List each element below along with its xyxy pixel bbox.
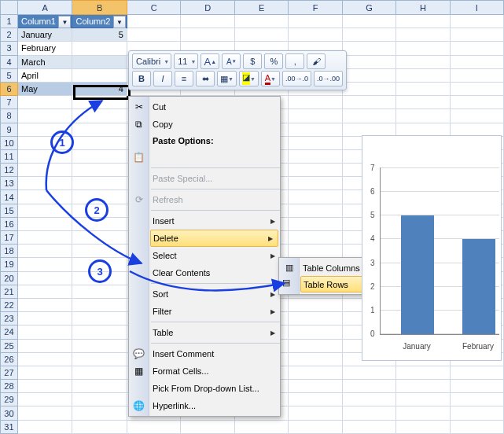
- menu-pick-from-list[interactable]: Pick From Drop-down List...: [129, 380, 280, 397]
- cell[interactable]: [17, 96, 72, 109]
- cell[interactable]: [289, 109, 342, 123]
- row-header[interactable]: 11: [1, 149, 18, 163]
- cell[interactable]: [450, 123, 503, 136]
- cell[interactable]: [289, 298, 342, 311]
- row-header[interactable]: 16: [1, 217, 18, 230]
- menu-hyperlink[interactable]: 🌐Hyperlink...: [129, 397, 280, 414]
- row-header[interactable]: 26: [1, 352, 18, 366]
- cell[interactable]: [396, 406, 450, 420]
- cell[interactable]: [289, 406, 342, 420]
- cell[interactable]: [396, 42, 450, 55]
- cell[interactable]: [289, 190, 342, 204]
- menu-filter[interactable]: Filter▶: [129, 303, 280, 320]
- cell[interactable]: [450, 96, 503, 109]
- cell[interactable]: [234, 28, 288, 42]
- fill-color-button[interactable]: ◪▼: [239, 71, 259, 86]
- cell[interactable]: [450, 366, 503, 379]
- row-header[interactable]: 29: [1, 393, 18, 406]
- cell[interactable]: [17, 420, 72, 433]
- cell[interactable]: [342, 68, 395, 82]
- cell[interactable]: [450, 42, 503, 55]
- cell[interactable]: [289, 352, 342, 366]
- row-header[interactable]: 20: [1, 271, 18, 285]
- cell[interactable]: May: [17, 82, 72, 95]
- center-align-button[interactable]: ≡: [175, 71, 193, 86]
- cell[interactable]: [450, 82, 503, 95]
- select-all-corner[interactable]: [1, 1, 18, 15]
- cell[interactable]: [450, 28, 503, 42]
- col-header-c[interactable]: C: [127, 1, 180, 15]
- filter-button[interactable]: ▼: [113, 16, 126, 28]
- cell[interactable]: [181, 420, 234, 433]
- row-header[interactable]: 21: [1, 285, 18, 298]
- cell[interactable]: [342, 366, 395, 379]
- cell[interactable]: [17, 366, 72, 379]
- col-header-f[interactable]: F: [289, 1, 342, 15]
- cell[interactable]: [450, 109, 503, 123]
- cell[interactable]: [17, 231, 72, 245]
- row-header[interactable]: 25: [1, 339, 18, 352]
- cell[interactable]: [396, 15, 450, 28]
- row-header[interactable]: 4: [1, 55, 18, 68]
- cell[interactable]: [396, 380, 450, 393]
- cell[interactable]: [450, 380, 503, 393]
- cell[interactable]: [17, 339, 72, 352]
- grow-font-button[interactable]: A▲: [200, 53, 219, 69]
- cell[interactable]: [72, 366, 127, 379]
- cell[interactable]: [450, 55, 503, 68]
- cell[interactable]: [289, 96, 342, 109]
- font-size-combo[interactable]: 11▼: [174, 53, 198, 69]
- row-header[interactable]: 13: [1, 177, 18, 190]
- col-header-a[interactable]: A: [17, 1, 72, 15]
- row-header[interactable]: 18: [1, 245, 18, 258]
- cell[interactable]: [17, 352, 72, 366]
- cell[interactable]: March: [17, 55, 72, 68]
- cell[interactable]: [234, 15, 288, 28]
- cell[interactable]: [72, 393, 127, 406]
- percent-format-button[interactable]: %: [264, 53, 283, 69]
- embedded-chart[interactable]: 01234567 JanuaryFebruary: [362, 135, 502, 361]
- cell[interactable]: [289, 28, 342, 42]
- cell[interactable]: [17, 393, 72, 406]
- accounting-format-button[interactable]: $: [243, 53, 262, 69]
- cell[interactable]: [17, 109, 72, 123]
- cell[interactable]: [450, 68, 503, 82]
- cell[interactable]: [342, 96, 395, 109]
- cell[interactable]: [72, 406, 127, 420]
- cell[interactable]: [72, 326, 127, 339]
- cell[interactable]: [17, 204, 72, 217]
- cell[interactable]: [396, 420, 450, 433]
- row-header[interactable]: 8: [1, 109, 18, 123]
- cell[interactable]: [342, 123, 395, 136]
- cell[interactable]: [72, 96, 127, 109]
- menu-table[interactable]: Table▶: [129, 324, 280, 341]
- cell[interactable]: [289, 164, 342, 177]
- cell[interactable]: [342, 15, 395, 28]
- row-header[interactable]: 1: [1, 15, 18, 28]
- comma-format-button[interactable]: ,: [285, 53, 304, 69]
- cell[interactable]: [181, 15, 234, 28]
- cell[interactable]: [72, 149, 127, 163]
- font-combo[interactable]: Calibri▼: [132, 53, 171, 69]
- cell[interactable]: [17, 258, 72, 271]
- menu-format-cells[interactable]: ▦Format Cells...: [129, 362, 280, 380]
- decrease-decimal-button[interactable]: .0→.00: [314, 71, 343, 86]
- cell[interactable]: [450, 393, 503, 406]
- cell[interactable]: [342, 42, 395, 55]
- row-header[interactable]: 10: [1, 136, 18, 149]
- col-header-e[interactable]: E: [234, 1, 288, 15]
- menu-sort[interactable]: Sort▶: [129, 285, 280, 303]
- row-header[interactable]: 23: [1, 312, 18, 326]
- col-header-h[interactable]: H: [396, 1, 450, 15]
- cell[interactable]: [289, 420, 342, 433]
- cell[interactable]: [450, 15, 503, 28]
- cell[interactable]: [289, 217, 342, 230]
- cell[interactable]: [17, 326, 72, 339]
- cell[interactable]: [396, 393, 450, 406]
- cell[interactable]: [17, 217, 72, 230]
- cell[interactable]: [72, 136, 127, 149]
- cell[interactable]: [72, 420, 127, 433]
- row-header[interactable]: 24: [1, 326, 18, 339]
- cell[interactable]: [72, 285, 127, 298]
- cell[interactable]: [72, 380, 127, 393]
